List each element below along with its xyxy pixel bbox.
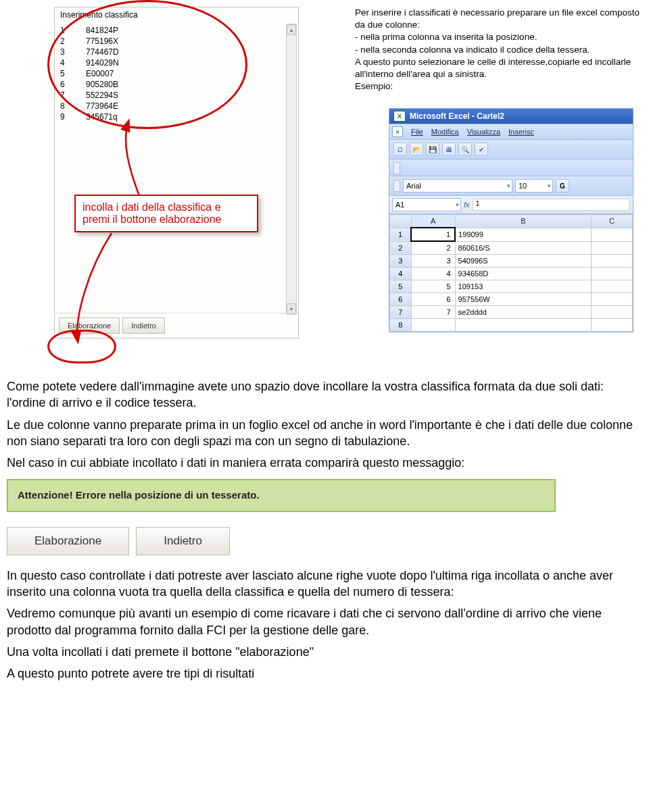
instructions-line: - nella seconda colonna va indicato il c… [355,44,646,56]
cell[interactable]: 199099 [455,228,592,241]
cell[interactable]: 7 [411,306,455,319]
row-code: 552294S [86,90,295,101]
excel-titlebar: X Microsoft Excel - Cartel2 [389,109,633,124]
excel-standard-toolbar[interactable]: 🗋 📂 💾 🖶 🔍 ✔ [389,140,633,159]
font-family-combo[interactable]: Arial [403,179,512,193]
row-position: 5 [60,68,70,79]
body-paragraph: A questo punto potrete avere tre tipi di… [7,665,635,682]
preview-icon[interactable]: 🔍 [458,143,472,156]
body-paragraph: Le due colonne vanno preparate prima in … [7,417,635,450]
row-code: 841824P [86,25,295,36]
cell[interactable] [455,319,592,332]
row-header[interactable]: 5 [390,280,412,293]
cell[interactable]: 540996S [455,255,592,268]
row-header[interactable]: 4 [390,268,412,280]
cell[interactable] [592,306,633,319]
row-header[interactable]: 1 [390,228,412,241]
menu-item[interactable]: Inserisc [508,128,534,136]
table-row[interactable]: 11199099 [390,228,633,241]
row-code: E00007 [86,68,295,79]
insert-classifica-pane: Inserimento classifica 123456789 841824P… [54,7,299,338]
cell[interactable]: 5 [411,280,455,293]
excel-formatting-toolbar[interactable]: Arial 10 G [389,176,633,196]
document-icon: X [392,126,403,137]
table-row[interactable]: 66957556W [390,293,633,306]
elaborazione-button[interactable]: Elaborazione [7,527,129,555]
formula-value[interactable]: 1 [473,199,630,211]
cell[interactable]: 3 [411,255,455,268]
row-header[interactable]: 6 [390,293,412,306]
cell[interactable] [592,280,633,293]
scroll-down-button[interactable]: ▾ [287,303,296,314]
cell[interactable] [411,319,455,332]
bold-button[interactable]: G [556,179,569,193]
menu-item[interactable]: File [411,128,423,136]
excel-icon: X [393,111,406,122]
row-header[interactable]: 7 [390,306,412,319]
toolbar-grip[interactable] [393,180,400,192]
body-paragraph: Una volta incollati i dati premete il bo… [7,644,635,660]
cell[interactable] [592,241,633,255]
excel-menu-bar[interactable]: X File Modifica Visualizza Inserisc [389,124,633,140]
row-position: 7 [60,90,70,101]
print-icon[interactable]: 🖶 [442,143,456,156]
cell[interactable]: 934658D [455,268,592,280]
instructions-line: Per inserire i classificati è necessario… [355,7,646,31]
row-code: 775196X [86,36,295,47]
table-row[interactable]: 22860616/S [390,241,633,255]
spell-icon[interactable]: ✔ [475,143,488,156]
row-header[interactable]: 8 [390,319,412,332]
cell[interactable]: 109153 [455,280,592,293]
menu-item[interactable]: Modifica [431,128,459,136]
row-header[interactable]: 3 [390,255,412,268]
name-box[interactable]: A1 [392,198,461,211]
menu-item[interactable]: Visualizza [467,128,500,136]
row-position: 6 [60,79,70,90]
row-position: 3 [60,47,70,57]
toolbar-grip[interactable] [393,162,400,174]
table-row[interactable]: 8 [390,319,633,332]
row-code: 773964E [86,101,295,111]
font-size-combo[interactable]: 10 [515,179,553,193]
cell[interactable] [592,228,633,241]
indietro-button[interactable]: Indietro [122,318,165,334]
row-code: 914029N [86,57,295,68]
annotation-callout: incolla i dati della classifica e premi … [74,195,258,232]
cell[interactable] [592,319,633,332]
scroll-up-button[interactable]: ▴ [287,24,296,35]
row-header[interactable]: 2 [390,241,412,255]
select-all-corner[interactable] [390,215,412,228]
cell[interactable]: 2 [411,241,455,255]
new-icon[interactable]: 🗋 [393,143,407,156]
table-row[interactable]: 77se2dddd [390,306,633,319]
col-header[interactable]: A [411,215,455,228]
data-textarea[interactable]: 123456789 841824P775196X774467D914029NE0… [55,21,298,130]
table-row[interactable]: 55109153 [390,280,633,293]
cell[interactable]: 957556W [455,293,592,306]
excel-toolbar-row2[interactable] [389,159,633,176]
excel-formula-bar[interactable]: A1 fx 1 [389,196,633,214]
cell[interactable]: 860616/S [455,241,592,255]
row-position: 8 [60,101,70,111]
cell[interactable]: 4 [411,268,455,280]
cell[interactable] [592,293,633,306]
row-position: 9 [60,111,70,122]
cell[interactable]: 6 [411,293,455,306]
fx-icon[interactable]: fx [464,201,470,209]
indietro-button[interactable]: Indietro [136,527,230,555]
col-header[interactable]: C [592,215,633,228]
table-row[interactable]: 33540996S [390,255,633,268]
scrollbar[interactable]: ▴ ▾ [286,24,297,315]
open-icon[interactable]: 📂 [410,143,423,156]
cell[interactable] [592,255,633,268]
elaborazione-button[interactable]: Elaborazione [59,318,120,334]
excel-grid[interactable]: A B C 1119909922860616/S33540996S4493465… [389,214,633,332]
col-header[interactable]: B [455,215,592,228]
save-icon[interactable]: 💾 [426,143,439,156]
cell[interactable]: 1 [411,228,455,241]
cell[interactable] [592,268,633,280]
cell[interactable]: se2dddd [455,306,592,319]
table-row[interactable]: 44934658D [390,268,633,280]
body-paragraph: Nel caso in cui abbiate incollato i dati… [7,455,635,471]
row-code: 345671q [86,111,295,122]
